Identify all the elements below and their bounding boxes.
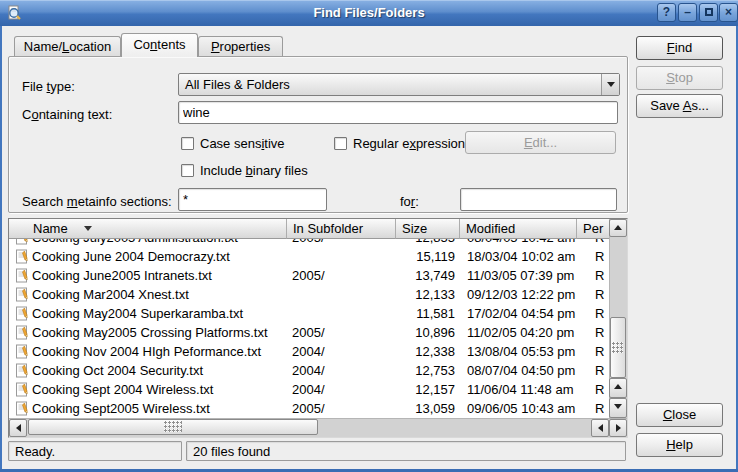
v-scroll-thumb[interactable]: [610, 317, 626, 378]
file-name: Cooking Mar2004 Xnest.txt: [32, 287, 189, 302]
minimize-button[interactable]: –: [678, 3, 697, 22]
maximize-button[interactable]: [699, 3, 718, 22]
file-subfolder: 2004/: [292, 382, 325, 397]
text-file-icon: [14, 287, 29, 302]
file-name: Cooking June2005 Intranets.txt: [32, 268, 212, 283]
text-file-icon: [14, 382, 29, 397]
arrow-left-icon: [16, 424, 21, 432]
scroll-right-button[interactable]: [609, 419, 627, 437]
titlebar[interactable]: Find Files/Folders ? – ×: [0, 0, 738, 26]
file-size: 15,119: [374, 249, 455, 264]
scroll-down-button[interactable]: [609, 398, 627, 418]
file-permissions: R: [595, 306, 604, 321]
status-ready: Ready.: [8, 441, 182, 461]
file-size: 10,896: [374, 325, 455, 340]
table-row[interactable]: Cooking Sept2005 Wireless.txt 2005/ 13,0…: [9, 399, 609, 418]
scroll-up-button-bottom[interactable]: [609, 378, 627, 398]
file-subfolder: 2005/: [292, 401, 325, 416]
text-file-icon: [14, 401, 29, 416]
file-name: Cooking Sept2005 Wireless.txt: [32, 401, 210, 416]
text-file-icon: [14, 363, 29, 378]
table-row[interactable]: Cooking July2005 Administration.txt 2005…: [9, 239, 609, 247]
close-button[interactable]: Close: [636, 403, 723, 427]
results-table: Name In Subfolder Size Modified Per Cook…: [8, 218, 628, 438]
header-size[interactable]: Size: [396, 219, 460, 239]
file-name: Cooking Oct 2004 Security.txt: [32, 363, 203, 378]
file-permissions: R: [595, 239, 604, 245]
help-titlebar-button[interactable]: ?: [657, 3, 676, 22]
file-modified: 18/03/04 10:02 am: [467, 249, 575, 264]
header-name-label: Name: [33, 221, 68, 236]
h-scroll-thumb[interactable]: [28, 419, 318, 435]
header-subfolder[interactable]: In Subfolder: [287, 219, 396, 239]
table-row[interactable]: Cooking Mar2004 Xnest.txt 12,133 09/12/0…: [9, 285, 609, 304]
arrow-up-icon: [614, 384, 622, 389]
file-modified: 08/07/04 04:50 pm: [467, 363, 575, 378]
tab-properties[interactable]: Properties: [198, 36, 283, 57]
table-row[interactable]: Cooking May2004 Superkaramba.txt 11,581 …: [9, 304, 609, 323]
find-button[interactable]: Find: [636, 36, 723, 60]
metainfo-sections-label: Search metainfo sections:: [22, 194, 172, 209]
table-row[interactable]: Cooking Sept 2004 Wireless.txt 2004/ 12,…: [9, 380, 609, 399]
help-button[interactable]: Help: [636, 433, 723, 457]
save-as-button[interactable]: Save As...: [636, 94, 723, 118]
file-modified: 08/04/05 10:42 am: [467, 239, 575, 245]
arrow-up-icon: [614, 225, 622, 230]
file-permissions: R: [595, 249, 604, 264]
arrow-left-icon: [598, 424, 603, 432]
checkbox-icon: [181, 137, 194, 150]
include-binary-label: Include binary files: [200, 163, 308, 178]
case-sensitive-label: Case sensitive: [200, 136, 285, 151]
file-name: Cooking May2005 Crossing Platforms.txt: [32, 325, 268, 340]
table-row[interactable]: Cooking June 2004 Democrazy.txt 15,119 1…: [9, 247, 609, 266]
file-permissions: R: [595, 268, 604, 283]
stop-button[interactable]: Stop: [636, 66, 723, 90]
file-size: 12,753: [374, 363, 455, 378]
window-border-left: [0, 26, 2, 472]
file-size: 11,581: [374, 306, 455, 321]
table-row[interactable]: Cooking Nov 2004 HIgh Peformance.txt 200…: [9, 342, 609, 361]
file-type-value: All Files & Folders: [185, 77, 290, 92]
scroll-left-button-2[interactable]: [591, 419, 609, 437]
file-modified: 09/12/03 12:22 pm: [467, 287, 575, 302]
header-modified[interactable]: Modified: [460, 219, 577, 239]
window-title: Find Files/Folders: [0, 5, 738, 20]
table-row[interactable]: Cooking Oct 2004 Security.txt 2004/ 12,7…: [9, 361, 609, 380]
header-name[interactable]: Name: [9, 219, 287, 239]
chevron-down-icon: [601, 74, 619, 95]
file-subfolder: 2005/: [292, 239, 325, 245]
file-name: Cooking July2005 Administration.txt: [32, 239, 238, 245]
file-permissions: R: [595, 287, 604, 302]
table-row[interactable]: Cooking May2005 Crossing Platforms.txt 2…: [9, 323, 609, 342]
status-files-found: 20 files found: [186, 441, 626, 461]
maximize-icon: [705, 8, 713, 16]
file-size: 13,059: [374, 401, 455, 416]
file-type-select[interactable]: All Files & Folders: [178, 73, 620, 96]
file-modified: 13/08/04 05:53 pm: [467, 344, 575, 359]
file-permissions: R: [595, 382, 604, 397]
file-modified: 11/03/05 07:39 pm: [467, 268, 574, 283]
file-size: 13,749: [374, 268, 455, 283]
header-permissions[interactable]: Per: [577, 219, 609, 239]
close-titlebar-button[interactable]: ×: [719, 3, 738, 22]
file-name: Cooking Nov 2004 HIgh Peformance.txt: [32, 344, 261, 359]
file-name: Cooking Sept 2004 Wireless.txt: [32, 382, 213, 397]
file-permissions: R: [595, 325, 604, 340]
file-size: 12,133: [374, 287, 455, 302]
find-files-window: Find Files/Folders ? – × Name/Location C…: [0, 0, 738, 472]
for-input[interactable]: [460, 188, 617, 211]
file-permissions: R: [595, 344, 604, 359]
file-type-label: File type:: [22, 79, 75, 94]
table-row[interactable]: Cooking June2005 Intranets.txt 2005/ 13,…: [9, 266, 609, 285]
edit-button[interactable]: Edit...: [465, 131, 616, 154]
result-rows: Cooking July2005 Administration.txt 2005…: [9, 239, 609, 418]
tab-name-location[interactable]: Name/Location: [14, 36, 121, 57]
tab-contents[interactable]: Contents: [121, 33, 198, 57]
scroll-left-button[interactable]: [9, 419, 27, 437]
arrow-right-icon: [616, 424, 621, 432]
metainfo-sections-input[interactable]: [178, 188, 327, 211]
text-file-icon: [14, 239, 29, 245]
scroll-up-button[interactable]: [609, 219, 627, 237]
file-subfolder: 2004/: [292, 344, 325, 359]
containing-text-input[interactable]: [178, 101, 618, 124]
